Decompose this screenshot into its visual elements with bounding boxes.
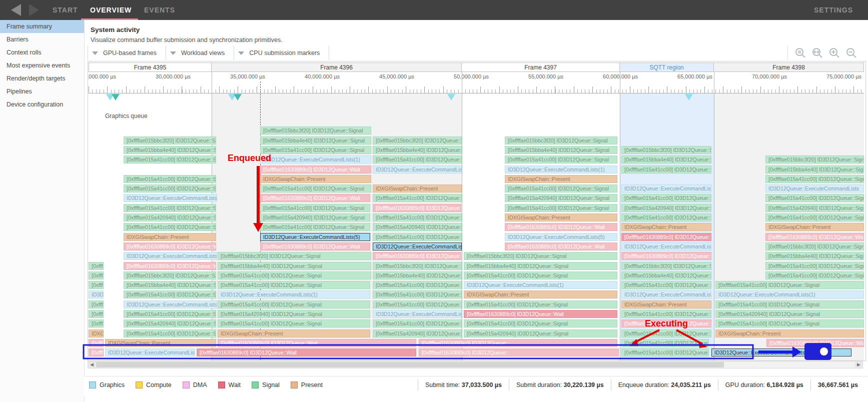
timeline-block[interactable]: ID3D12Queue::ExecuteCommandLists	[373, 166, 462, 174]
timeline-block[interactable]: ID3D12Queue::ExecuteCommandLists	[621, 290, 711, 298]
timeline-block[interactable]: ID3D12Queue::ExecuteCommandLists	[373, 310, 462, 318]
timeline-block[interactable]: [0xffffae01630889c0] ID3D12Queue::Wait	[765, 233, 864, 241]
frame-marker-icon[interactable]	[447, 94, 455, 100]
timeline-block[interactable]: IDXGISwapChain::Present	[505, 214, 617, 222]
timeline-block[interactable]: [0xffffae01630889c0] ID3D12Queue::Wait	[260, 242, 370, 250]
timeline-block[interactable]: [0xffffae015a420940] ID3D12Queue::Signal	[218, 310, 370, 318]
sidebar-item-frame-summary[interactable]: Frame summary	[0, 20, 84, 33]
timeline-block[interactable]: ID3D12Queue::ExecuteCommandLists(5)	[621, 242, 711, 250]
timeline-block[interactable]: [0xffffae01630889c0] ID3D12Queue::	[621, 320, 711, 328]
timeline-block[interactable]: [0xffffae015a41cc00] ID3D12Queue::Signal	[218, 272, 371, 280]
timeline-block[interactable]: [0xffffae015bba4e40] ID3D12Queue::Signal	[373, 272, 462, 280]
scroll-right-arrow[interactable]: ▶	[855, 362, 862, 368]
timeline-block[interactable]: [0xffffae015a41cc00] ID3D12Queue::Signal	[765, 214, 864, 222]
zoom-in-icon[interactable]	[829, 48, 840, 58]
timeline-block[interactable]: [0xffffae015bba4e40] ID3D12Queue::Signal	[505, 146, 617, 154]
timeline-block[interactable]: [0xffffae01630889c0] ID3D12Queue::Wait	[621, 233, 711, 241]
sidebar-item-context-rolls[interactable]: Context rolls	[0, 46, 84, 59]
timeline-block[interactable]: [0xffffae01630889c0] ID3D12Queue::	[419, 348, 619, 356]
timeline-block[interactable]: ID3D12Queue::ExecuteCommandLists	[105, 348, 195, 356]
timeline-block[interactable]: [0xffffae015bbc3f20] ID3D12Queue::Signal	[89, 272, 104, 280]
timeline-block[interactable]: [0xffffae015bba4e40] ID3D12Queue::Signal	[218, 262, 371, 270]
timeline-block[interactable]: [0xffffae015bbc3f20] ID3D12Queue::Signal	[373, 262, 462, 270]
timeline-block[interactable]: [0xffffae01630889c0] ID3D12Queue::Wait	[124, 242, 216, 250]
timeline-block[interactable]: [0xffffae015a41cc00] ID3D12Queue::Signal	[373, 156, 462, 164]
timeline-block[interactable]: [0xffffae015a41cc00] ID3D12Queue::Signal	[218, 300, 370, 308]
timeline-block[interactable]: [0xffffae015a420940] ID3D12Queue::Signal	[765, 204, 864, 212]
timeline-block[interactable]: [0xffffae01630889c0] ID3D12Queue::Wait	[260, 166, 371, 174]
timeline-block[interactable]: [0xffffae015a41cc00] ID3D12Queue::Signal	[765, 272, 864, 280]
timeline-block[interactable]: [0xffffae015a41cc00] ID3D12Queue::Signal	[621, 310, 711, 318]
timeline-block[interactable]: [0xffffae015bba4e40] ID3D12Queue::Signal	[464, 262, 617, 270]
frame-marker-icon[interactable]	[685, 94, 693, 100]
timeline-block[interactable]: [0xffffae015a41cc00] ID3D12Queue::Signal	[373, 290, 462, 298]
timeline-block[interactable]: [0xffffae015a41cc00] ID3D12Queue::Signal	[621, 214, 711, 222]
timeline-block[interactable]: IDXGISwapChain::Present	[89, 330, 104, 338]
timeline-block[interactable]: IDXGISwapChain::Present	[505, 175, 617, 183]
timeline-block[interactable]: [0xffffae015bba4e40] ID3D12Queue::Signal	[621, 272, 711, 280]
timeline-block[interactable]: [0xffffae015a41cc00] ID3D12Queue::Signal	[218, 320, 370, 328]
sidebar-item-pipelines[interactable]: Pipelines	[0, 85, 84, 98]
timeline-block[interactable]: [0xffffae015a41cc00] ID3D12Queue::Signal	[621, 330, 711, 338]
timeline-block[interactable]: [0xffffae015a41cc00] ID3D12Queue::Signal	[124, 204, 216, 212]
timeline-block[interactable]: [0xffffae015a41cc00] ID3D12Queue::Signal	[505, 184, 617, 192]
timeline-block[interactable]: [0xffffae015a41cc00] ID3D12Queue::Signal	[505, 204, 617, 212]
timeline-block[interactable]: IDXGISwapChain::Present	[464, 290, 617, 298]
timeline-block[interactable]: [0xffffae015a41cc00] ID3D12Queue::Signal	[124, 156, 216, 164]
timeline-block[interactable]: ID3D12Queue::ExecuteCommandLists(5)	[505, 233, 617, 241]
timeline-block[interactable]: [0xffffae015bbc3f20] ID3D12Queue::Signal	[260, 126, 371, 134]
timeline-block[interactable]: [0xffffae015a41cc00] ID3D12Queue::Signal	[260, 146, 371, 154]
timeline-block[interactable]: [0xffffae015a41cc00] ID3D12Queue::Signal	[464, 300, 617, 308]
timeline-block[interactable]: [0xffffae015a41cc00] ID3D12Queue::Signal	[464, 320, 617, 328]
dropdown-workload-views[interactable]: Workload views	[166, 46, 234, 60]
timeline-block[interactable]: [0xffffae015a41cc00] ID3D12Queue::Signal	[124, 310, 216, 318]
timeline-block[interactable]: [0xffffae01630889c0] ID3D12Queue::Wait	[621, 252, 711, 260]
frame-header-sqtt-region[interactable]: SQTT region	[620, 62, 714, 72]
timeline-block[interactable]: ID3D12Queue::ExecuteCommandLists(1)	[505, 166, 617, 174]
timeline-block[interactable]: ID3D12Queue::ExecuteCommandLists(1)	[464, 281, 617, 289]
timeline-block[interactable]: ID3D12Queue::ExecuteCommandLists	[124, 252, 217, 260]
timeline-block[interactable]: [0xffffae015bbc3f20] ID3D12Queue::Signal	[621, 262, 711, 270]
timeline-block[interactable]: [0xffffae01630889c0] ID3D12Queue::Wait	[373, 204, 461, 212]
timeline-block[interactable]: IDXGISwapChain::Present	[260, 175, 371, 183]
timeline-block[interactable]: ID3D12Queue::ExecuteCommandLists(1)	[260, 156, 371, 164]
timeline-block[interactable]: [0xffffae015bbc3f20] ID3D12Queue::Signal	[124, 272, 216, 280]
timeline-block[interactable]: [0xffffae01630889c0] ID3D12Queue::Wait	[766, 339, 864, 347]
timeline-block[interactable]: ID3D12Queue::ExecuteCommandLists(1)	[218, 290, 370, 298]
back-arrow-icon[interactable]	[11, 4, 21, 16]
timeline-block[interactable]: [0xffffae015bbc3f20] ID3D12Queue::Signal	[89, 262, 104, 270]
timeline-block[interactable]: [0xffffae015a41cc00] ID3D12Queue::Signal	[621, 281, 711, 289]
timeline-block[interactable]: ID3D12Queue::ExecuteCommandLists	[621, 184, 711, 192]
timeline-block[interactable]: [0xffffae015a41cc00] ID3D12Queue::Signal	[765, 262, 864, 270]
timeline-block[interactable]: [0xffffae015bbc3f20] ID3D12Queue::Signal	[464, 252, 617, 260]
dropdown-gpu-based-frames[interactable]: GPU-based frames	[88, 46, 166, 60]
timeline-block[interactable]: [0xffffae01630889c0] ID3D12Queue::Wait	[89, 339, 104, 347]
timeline-block[interactable]: IDXGISwapChain::Present	[715, 330, 864, 338]
dropdown-cpu-submission-markers[interactable]: CPU submission markers	[234, 46, 329, 60]
timeline-block[interactable]: [0xffffae015a41cc00] ID3D12Queue::Signal	[260, 204, 370, 212]
timeline-block[interactable]: [0xffffae015a420940] ID3D12Queue::Signal	[621, 204, 711, 212]
timeline-block[interactable]: [0xffffae015a41cc00] ID3D12Queue::Signal	[124, 223, 216, 231]
timeline-block[interactable]: [0xffffae015a41cc00] ID3D12Queue::Signal	[124, 330, 216, 338]
timeline-block[interactable]: [0xffffae01630889c0] ID3D12Queue::Wait	[260, 194, 370, 202]
frame-header-frame-4395[interactable]: Frame 4395	[89, 62, 212, 72]
timeline-block[interactable]: [0xffffae015bba4e40] ID3D12Queue::Signal	[373, 146, 462, 154]
timeline-block[interactable]: [0xffffae015bbc3f20] ID3D12Queue::Signal	[89, 320, 104, 328]
timeline-block[interactable]: [0xffffae015bbc3f20] ID3D12Queue::Signal	[89, 300, 104, 308]
timeline-block[interactable]: [0xffffae01630889c0] ID3D12Queue::Wait	[464, 310, 617, 318]
timeline-block[interactable]: [0xffffae015a41cc00] ID3D12Queue::Signal	[373, 194, 462, 202]
timeline-block[interactable]: [0xffffae015a41cc00] ID3D12Queue::Signal	[373, 320, 462, 328]
forward-arrow-icon[interactable]	[29, 4, 39, 16]
timeline-block[interactable]: [0xffffae01630889c0] ID3D12Queue::Wait	[218, 339, 416, 347]
timeline-block[interactable]: ID3D12Queue::ExecuteCommandLists(5)	[711, 348, 851, 356]
frame-header-frame-4398[interactable]: Frame 4398	[714, 62, 864, 72]
sidebar-item-barriers[interactable]: Barriers	[0, 33, 84, 46]
timeline-block[interactable]: [0xffffae015bbc3f20] ID3D12Queue::Signal	[89, 281, 104, 289]
timeline-block[interactable]: [0xffffae015a420940] ID3D12Queue::Signal	[373, 330, 462, 338]
timeline-block[interactable]: [0xffffae015a41cc00] ID3D12Queue::Signal	[373, 214, 462, 222]
frame-header-frame-4396[interactable]: Frame 4396	[212, 62, 462, 72]
timeline-block[interactable]: [0xffffae015bbc3f20] ID3D12Queue::Signal	[765, 156, 864, 164]
timeline-block[interactable]: [0xffffae015a41cc00] ID3D12Queue::Signal	[218, 281, 370, 289]
timeline-block[interactable]: IDXGISwapChain::Present	[373, 184, 462, 192]
timeline-block[interactable]: [0xffffae01630889c0] ID3D12Queue::Wait	[373, 252, 461, 260]
